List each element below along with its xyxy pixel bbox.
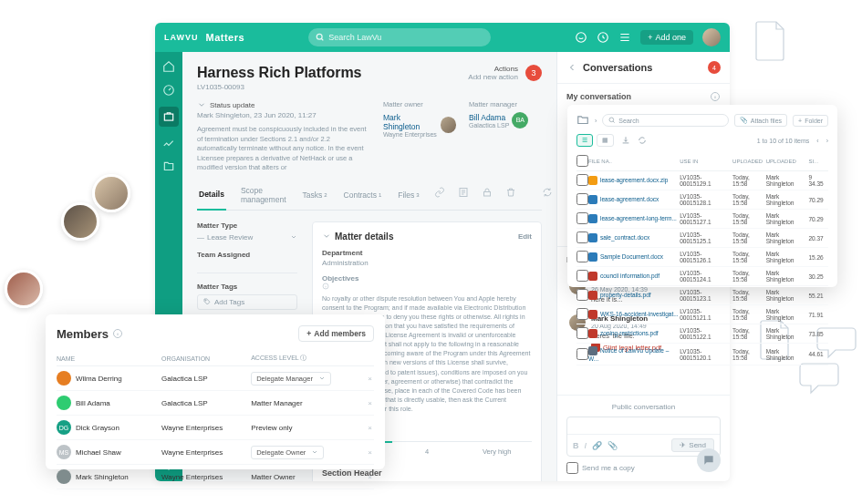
status-label[interactable]: Status update (210, 101, 254, 109)
info-icon[interactable] (112, 328, 123, 339)
invoice-icon[interactable] (458, 186, 469, 199)
add-members-button[interactable]: + Add members (298, 325, 374, 342)
remove-member-icon[interactable]: × (368, 391, 374, 416)
global-search[interactable]: Search LawVu (308, 28, 491, 46)
manager-name[interactable]: Bill Adama (469, 113, 509, 122)
clock-icon[interactable] (597, 31, 609, 44)
link-icon[interactable]: 🔗 (592, 441, 602, 450)
remove-member-icon[interactable]: × (368, 440, 374, 465)
chevron-left-icon[interactable] (566, 62, 577, 73)
file-row[interactable]: sale_contract.docx LV1035-00015125.1Toda… (576, 229, 828, 248)
reply-input[interactable]: B I 🔗 📎 ✈Send (566, 417, 721, 457)
file-row[interactable]: council information.pdf LV1035-00015124.… (576, 267, 828, 286)
file-checkbox[interactable] (576, 251, 588, 262)
member-name[interactable]: Dick Grayson (76, 424, 119, 432)
nav-matters-icon[interactable] (159, 107, 179, 127)
actions-badge[interactable]: 3 (525, 65, 542, 81)
chevron-down-icon (290, 233, 297, 241)
tab-contracts[interactable]: Contracts1 (342, 186, 384, 210)
menu-icon[interactable] (618, 31, 631, 44)
add-one-button[interactable]: +Add one (640, 30, 693, 45)
file-checkbox[interactable] (576, 327, 588, 339)
nav-dashboard-icon[interactable] (161, 83, 176, 98)
chat-fab[interactable] (697, 448, 721, 472)
member-name[interactable]: Michael Shaw (76, 448, 121, 457)
remove-member-icon[interactable]: × (368, 465, 374, 489)
grid-view-button[interactable]: ▦ (597, 134, 614, 147)
new-folder-button[interactable]: + Folder (793, 115, 828, 127)
team-value[interactable] (197, 262, 297, 273)
nav-home-icon[interactable] (161, 59, 176, 74)
file-row[interactable]: Notice of LawVu Update – W... LV1035-000… (576, 344, 828, 365)
file-date: Today, 15:58 (732, 210, 766, 229)
reply-tab[interactable]: Public conversation (566, 403, 721, 411)
access-level-select[interactable]: Delegate Manager (251, 372, 331, 386)
bold-icon[interactable]: B (573, 441, 579, 450)
file-row[interactable]: zoning-restrictions.pdf LV1035-00015122.… (576, 324, 828, 344)
svg-point-1 (576, 33, 587, 43)
chevron-down-icon[interactable] (322, 231, 331, 241)
tab-tasks[interactable]: Tasks2 (300, 186, 328, 210)
file-checkbox[interactable] (576, 212, 588, 224)
tab-details[interactable]: Details (197, 186, 226, 211)
member-name[interactable]: Wilma Derring (76, 375, 122, 383)
file-row[interactable]: lease-agreement.docx.zip LV1035-00015129… (576, 171, 828, 190)
file-row[interactable]: property-details.pdf LV1035-00015123.1To… (576, 286, 828, 305)
tab-files[interactable]: Files3 (396, 186, 421, 210)
file-checkbox[interactable] (576, 193, 588, 205)
member-name[interactable]: Mark Shingleton (76, 473, 129, 481)
edit-button[interactable]: Edit (518, 232, 532, 241)
file-ref: LV1035-00015124.1 (680, 267, 732, 286)
italic-icon[interactable]: I (585, 441, 587, 450)
info-icon[interactable] (710, 91, 721, 102)
file-by: Mark Shingleton (766, 248, 809, 267)
select-all-checkbox[interactable] (576, 155, 588, 167)
next-page-icon[interactable]: › (826, 138, 828, 144)
file-checkbox[interactable] (576, 308, 588, 320)
link-icon[interactable] (434, 186, 445, 199)
owner-name[interactable]: Mark Shingleton (383, 113, 438, 131)
status-meta: Mark Shingleton, 23 Jun 2020, 11:27 (197, 111, 370, 119)
remove-member-icon[interactable]: × (368, 416, 374, 440)
add-tags-input[interactable]: Add Tags (197, 294, 297, 310)
file-row[interactable]: Sample Document.docx LV1035-00015126.1To… (576, 248, 828, 267)
file-row[interactable]: lease-agreement-long-term... LV1035-0001… (576, 210, 828, 229)
file-checkbox[interactable] (576, 270, 588, 282)
download-icon[interactable] (621, 136, 630, 145)
attach-icon[interactable]: 📎 (608, 441, 618, 450)
file-by: Mark Shingleton (766, 267, 809, 286)
file-name: property-details.pdf (600, 292, 651, 298)
file-row[interactable]: lease-agreement.docx LV1035-00015128.1To… (576, 190, 828, 210)
matter-type-value[interactable]: — Lease Review (197, 233, 297, 242)
file-row[interactable]: WKS-16-accident-investigat... LV1035-000… (576, 305, 828, 324)
lock-icon[interactable] (482, 186, 493, 199)
file-checkbox[interactable] (576, 174, 588, 186)
refresh-icon[interactable] (542, 186, 553, 199)
attach-files-button[interactable]: 📎 Attach files (734, 114, 787, 127)
chat-icon[interactable] (575, 31, 587, 44)
nav-files-icon[interactable] (161, 159, 176, 174)
access-level-select[interactable]: Delegate Owner (251, 446, 324, 459)
list-view-button[interactable]: ☰ (576, 134, 593, 147)
tab-scope[interactable]: Scope management (239, 186, 288, 210)
actions-sub[interactable]: Add new action (468, 73, 518, 81)
prev-page-icon[interactable]: ‹ (816, 138, 818, 144)
file-checkbox[interactable] (576, 348, 588, 360)
file-ref: LV1035-00015121.1 (680, 305, 732, 324)
remove-member-icon[interactable]: × (368, 366, 374, 391)
refresh-icon[interactable] (638, 136, 647, 145)
svg-point-13 (609, 118, 614, 122)
user-avatar[interactable] (702, 28, 721, 46)
chevron-down-icon[interactable] (197, 100, 206, 109)
matter-type-label: Matter Type (197, 221, 297, 230)
file-checkbox[interactable] (576, 231, 588, 243)
member-name[interactable]: Bill Adama (76, 399, 110, 407)
team-label: Team Assigned (197, 251, 297, 259)
file-checkbox[interactable] (576, 289, 588, 301)
nav-analytics-icon[interactable] (161, 136, 176, 150)
convo-sub: My conversation (566, 92, 631, 101)
files-search[interactable]: Search (602, 114, 728, 127)
file-by: Mark Shingleton (766, 324, 809, 344)
file-name: Sample Document.docx (600, 253, 663, 260)
trash-icon[interactable] (505, 186, 516, 199)
